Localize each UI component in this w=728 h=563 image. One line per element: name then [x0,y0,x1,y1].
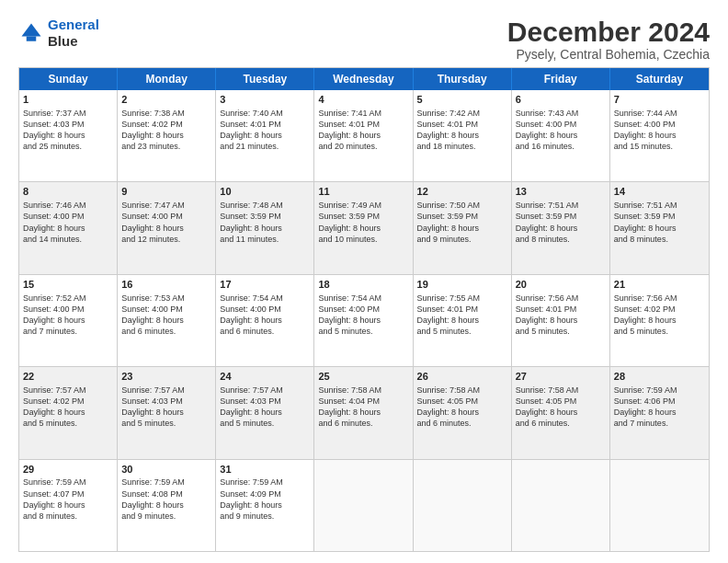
day-2-line-4: and 23 minutes. [121,141,211,152]
day-number-25: 25 [318,370,408,384]
day-14-line-4: and 8 minutes. [614,234,705,245]
day-5-line-4: and 18 minutes. [417,141,507,152]
day-4-line-4: and 20 minutes. [318,141,408,152]
day-9-line-1: Sunrise: 7:47 AM [121,200,211,211]
empty-cell [414,460,512,551]
day-6-line-4: and 16 minutes. [516,141,606,152]
svg-rect-1 [27,37,37,41]
day-19-line-3: Daylight: 8 hours [417,315,507,326]
day-23-line-2: Sunset: 4:03 PM [121,396,211,407]
day-19-line-2: Sunset: 4:01 PM [417,304,507,315]
day-30-line-2: Sunset: 4:08 PM [121,488,211,500]
day-cell-4: 4Sunrise: 7:41 AMSunset: 4:01 PMDaylight… [314,90,413,181]
day-26-line-3: Daylight: 8 hours [417,407,507,418]
day-number-4: 4 [318,93,408,107]
day-17-line-3: Daylight: 8 hours [220,315,310,326]
day-16-line-4: and 6 minutes. [121,326,211,337]
day-18-line-2: Sunset: 4:00 PM [318,304,408,315]
day-number-6: 6 [516,93,606,107]
day-8-line-4: and 14 minutes. [23,234,113,245]
day-number-1: 1 [23,93,113,107]
day-25-line-2: Sunset: 4:04 PM [318,396,408,407]
page-header: General Blue December 2024 Pysely, Centr… [18,17,710,62]
day-cell-30: 30Sunrise: 7:59 AMSunset: 4:08 PMDayligh… [118,460,216,551]
day-15-line-1: Sunrise: 7:52 AM [23,293,113,304]
day-cell-17: 17Sunrise: 7:54 AMSunset: 4:00 PMDayligh… [216,275,314,366]
day-7-line-4: and 15 minutes. [614,141,705,152]
logo-icon [18,20,44,46]
day-12-line-2: Sunset: 3:59 PM [417,211,507,222]
day-cell-1: 1Sunrise: 7:37 AMSunset: 4:03 PMDaylight… [19,90,118,181]
day-cell-7: 7Sunrise: 7:44 AMSunset: 4:00 PMDaylight… [610,90,709,181]
calendar-header: SundayMondayTuesdayWednesdayThursdayFrid… [19,68,709,90]
day-23-line-3: Daylight: 8 hours [121,407,211,418]
day-22-line-4: and 5 minutes. [23,418,113,429]
day-17-line-1: Sunrise: 7:54 AM [220,293,310,304]
day-31-line-3: Daylight: 8 hours [220,500,310,511]
day-30-line-4: and 9 minutes. [121,511,211,522]
day-15-line-4: and 7 minutes. [23,326,113,337]
day-21-line-3: Daylight: 8 hours [614,315,705,326]
day-number-8: 8 [23,185,113,199]
day-31-line-4: and 9 minutes. [220,511,310,522]
calendar-row-2: 8Sunrise: 7:46 AMSunset: 4:00 PMDaylight… [19,182,709,274]
day-cell-19: 19Sunrise: 7:55 AMSunset: 4:01 PMDayligh… [414,275,512,366]
header-day-wednesday: Wednesday [314,68,413,90]
day-20-line-2: Sunset: 4:01 PM [516,304,606,315]
day-7-line-1: Sunrise: 7:44 AM [614,108,705,119]
day-11-line-1: Sunrise: 7:49 AM [318,200,408,211]
day-24-line-2: Sunset: 4:03 PM [220,396,310,407]
day-27-line-2: Sunset: 4:05 PM [516,396,606,407]
day-13-line-2: Sunset: 3:59 PM [516,211,606,222]
svg-marker-0 [22,24,41,37]
day-13-line-1: Sunrise: 7:51 AM [516,200,606,211]
day-4-line-3: Daylight: 8 hours [318,130,408,141]
day-cell-16: 16Sunrise: 7:53 AMSunset: 4:00 PMDayligh… [118,275,216,366]
day-number-11: 11 [318,185,408,199]
empty-cell [512,460,610,551]
day-2-line-3: Daylight: 8 hours [121,130,211,141]
day-number-18: 18 [318,278,408,292]
day-11-line-4: and 10 minutes. [318,234,408,245]
day-28-line-3: Daylight: 8 hours [614,407,705,418]
empty-cell [314,460,413,551]
calendar-row-5: 29Sunrise: 7:59 AMSunset: 4:07 PMDayligh… [19,460,709,551]
day-25-line-4: and 6 minutes. [318,418,408,429]
day-24-line-3: Daylight: 8 hours [220,407,310,418]
day-cell-6: 6Sunrise: 7:43 AMSunset: 4:00 PMDaylight… [512,90,610,181]
day-13-line-3: Daylight: 8 hours [516,223,606,234]
day-16-line-2: Sunset: 4:00 PM [121,304,211,315]
header-day-friday: Friday [512,68,610,90]
day-1-line-4: and 25 minutes. [23,141,113,152]
day-number-29: 29 [23,463,113,477]
day-21-line-4: and 5 minutes. [614,326,705,337]
day-number-10: 10 [220,185,310,199]
day-12-line-4: and 9 minutes. [417,234,507,245]
day-30-line-3: Daylight: 8 hours [121,500,211,511]
calendar-body: 1Sunrise: 7:37 AMSunset: 4:03 PMDaylight… [19,90,709,551]
day-5-line-1: Sunrise: 7:42 AM [417,108,507,119]
day-3-line-4: and 21 minutes. [220,141,310,152]
day-3-line-3: Daylight: 8 hours [220,130,310,141]
day-number-19: 19 [417,278,507,292]
day-cell-2: 2Sunrise: 7:38 AMSunset: 4:02 PMDaylight… [118,90,216,181]
day-13-line-4: and 8 minutes. [516,234,606,245]
day-15-line-2: Sunset: 4:00 PM [23,304,113,315]
day-number-31: 31 [220,463,310,477]
day-29-line-1: Sunrise: 7:59 AM [23,477,113,488]
day-number-13: 13 [516,185,606,199]
day-8-line-1: Sunrise: 7:46 AM [23,200,113,211]
day-9-line-3: Daylight: 8 hours [121,223,211,234]
day-19-line-4: and 5 minutes. [417,326,507,337]
day-27-line-4: and 6 minutes. [516,418,606,429]
day-number-17: 17 [220,278,310,292]
day-cell-29: 29Sunrise: 7:59 AMSunset: 4:07 PMDayligh… [19,460,118,551]
day-number-14: 14 [614,185,705,199]
day-31-line-2: Sunset: 4:09 PM [220,488,310,500]
day-number-3: 3 [220,93,310,107]
day-24-line-1: Sunrise: 7:57 AM [220,385,310,396]
day-1-line-1: Sunrise: 7:37 AM [23,108,113,119]
title-block: December 2024 Pysely, Central Bohemia, C… [507,17,710,62]
day-cell-20: 20Sunrise: 7:56 AMSunset: 4:01 PMDayligh… [512,275,610,366]
day-number-30: 30 [121,463,211,477]
